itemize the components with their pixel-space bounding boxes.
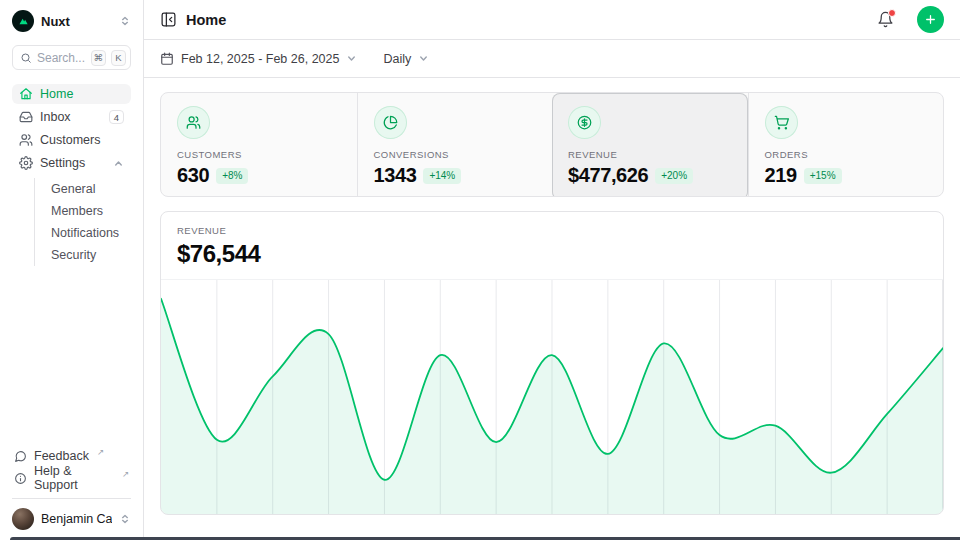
page-header: Home xyxy=(144,0,960,40)
sidebar-footer: Feedback ↗ Help & Support ↗ Benjamin Can… xyxy=(12,446,131,530)
user-menu[interactable]: Benjamin Canac xyxy=(12,498,131,530)
sidebar-item-home[interactable]: Home xyxy=(12,84,131,104)
stat-card-customers[interactable]: CUSTOMERS 630 +8% xyxy=(161,93,357,197)
sidebar-spacer xyxy=(12,266,131,446)
granularity-label: Daily xyxy=(383,52,411,66)
sidebar-item-label: Settings xyxy=(40,156,106,170)
chart-total-value: $76,544 xyxy=(177,240,927,268)
add-button[interactable] xyxy=(917,6,944,33)
avatar xyxy=(12,508,34,530)
sidebar-item-label: Inbox xyxy=(40,110,102,124)
feedback-label: Feedback xyxy=(34,449,89,463)
sidebar-item-notifications[interactable]: Notifications xyxy=(35,223,131,243)
sidebar-item-settings[interactable]: Settings xyxy=(12,153,131,173)
nuxt-logo-icon xyxy=(12,10,34,32)
info-circle-icon xyxy=(14,472,27,485)
home-icon xyxy=(19,87,33,101)
date-range-label: Feb 12, 2025 - Feb 26, 2025 xyxy=(181,52,339,66)
workspace-selector[interactable]: Nuxt xyxy=(12,9,131,33)
workspace-name: Nuxt xyxy=(41,14,112,29)
stat-card-orders[interactable]: ORDERS 219 +15% xyxy=(748,93,944,197)
sidebar: Nuxt Search... ⌘ K Home xyxy=(0,0,144,540)
filter-toolbar: Feb 12, 2025 - Feb 26, 2025 Daily xyxy=(144,40,960,78)
sidebar-item-members[interactable]: Members xyxy=(35,201,131,221)
chevron-down-icon xyxy=(418,53,429,64)
stats-panel: CUSTOMERS 630 +8% CONVERSIONS 1343 +14% xyxy=(160,92,944,197)
chart-label: REVENUE xyxy=(177,225,927,236)
help-support-link[interactable]: Help & Support ↗ xyxy=(12,468,131,488)
sidebar-item-general[interactable]: General xyxy=(35,179,131,199)
pie-chart-icon xyxy=(374,106,407,139)
stat-delta-badge: +15% xyxy=(804,168,842,184)
feedback-link[interactable]: Feedback ↗ xyxy=(12,446,131,466)
sidebar-item-security[interactable]: Security xyxy=(35,245,131,265)
stat-value: 630 xyxy=(177,164,209,187)
chat-bubble-icon xyxy=(14,450,27,463)
sidebar-item-label: Customers xyxy=(40,133,124,147)
chevron-up-icon xyxy=(113,158,124,169)
stat-card-revenue[interactable]: REVENUE $477,626 +20% xyxy=(552,93,748,197)
help-support-label: Help & Support xyxy=(34,464,114,492)
chevron-down-icon xyxy=(346,53,357,64)
main-area: Home Feb 12, 2025 - Feb 26, 2025 Daily xyxy=(144,0,960,540)
revenue-area-chart[interactable]: 14 Feb 16 Feb 18 Feb 20 Feb 22 Feb 24 Fe… xyxy=(161,279,943,514)
kbd-cmd: ⌘ xyxy=(91,50,107,66)
stat-label: REVENUE xyxy=(568,149,732,160)
stat-label: ORDERS xyxy=(765,149,928,160)
settings-submenu: General Members Notifications Security xyxy=(34,178,131,266)
stat-delta-badge: +20% xyxy=(655,168,693,184)
cart-icon xyxy=(765,106,798,139)
external-link-icon: ↗ xyxy=(97,447,104,457)
sidebar-item-inbox[interactable]: Inbox 4 xyxy=(12,107,131,127)
dollar-circle-icon xyxy=(568,106,601,139)
collapse-sidebar-button[interactable] xyxy=(160,11,177,28)
sidebar-nav: Home Inbox 4 Customers Settings xyxy=(12,84,131,266)
search-placeholder: Search... xyxy=(37,51,86,65)
stat-delta-badge: +14% xyxy=(423,168,461,184)
users-icon xyxy=(177,106,210,139)
chart-header: REVENUE $76,544 xyxy=(161,212,943,279)
gear-icon xyxy=(19,156,33,170)
kbd-k: K xyxy=(111,50,126,66)
stat-card-conversions[interactable]: CONVERSIONS 1343 +14% xyxy=(357,93,553,197)
inbox-count-badge: 4 xyxy=(109,110,124,124)
users-icon xyxy=(19,133,33,147)
user-name: Benjamin Canac xyxy=(41,512,112,526)
calendar-icon xyxy=(160,52,174,66)
date-range-picker[interactable]: Feb 12, 2025 - Feb 26, 2025 xyxy=(160,52,357,66)
notification-dot xyxy=(888,9,896,17)
dashboard-app: Nuxt Search... ⌘ K Home xyxy=(0,0,960,540)
page-title: Home xyxy=(186,12,868,28)
stat-delta-badge: +8% xyxy=(216,168,248,184)
search-input[interactable]: Search... ⌘ K xyxy=(12,45,131,70)
chart-svg xyxy=(161,280,943,515)
inbox-icon xyxy=(19,110,33,124)
stat-value: $477,626 xyxy=(568,164,648,187)
stat-label: CUSTOMERS xyxy=(177,149,341,160)
stat-value: 1343 xyxy=(374,164,417,187)
chevron-up-down-icon xyxy=(119,513,131,525)
revenue-chart-card: REVENUE $76,544 14 Feb 16 Feb 18 Feb 20 … xyxy=(160,211,944,515)
granularity-select[interactable]: Daily xyxy=(383,52,429,66)
stat-label: CONVERSIONS xyxy=(374,149,537,160)
stat-value: 219 xyxy=(765,164,797,187)
search-icon xyxy=(20,52,32,64)
external-link-icon: ↗ xyxy=(122,469,129,479)
content: CUSTOMERS 630 +8% CONVERSIONS 1343 +14% xyxy=(144,78,960,515)
sidebar-item-label: Home xyxy=(40,87,124,101)
chevron-up-down-icon xyxy=(119,15,131,27)
notifications-button[interactable] xyxy=(877,11,894,28)
sidebar-item-customers[interactable]: Customers xyxy=(12,130,131,150)
